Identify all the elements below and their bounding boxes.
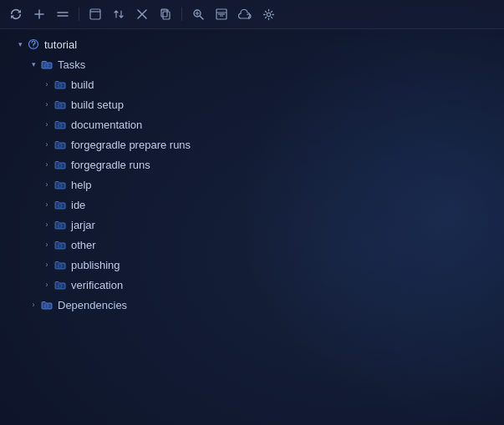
forgegradle-prepare-icon: {} xyxy=(53,138,67,151)
svg-text:{}: {} xyxy=(58,123,63,128)
filter-button[interactable] xyxy=(212,5,231,23)
build-icon: {} xyxy=(53,78,67,91)
tree-node-other[interactable]: {} other xyxy=(0,235,504,255)
other-label: other xyxy=(71,240,96,250)
dependencies-folder-icon: {} xyxy=(40,298,53,311)
arrow-ide xyxy=(40,198,53,211)
tree-node-tutorial[interactable]: tutorial xyxy=(0,34,504,54)
tree-node-ide[interactable]: {} ide xyxy=(0,195,504,215)
build-label: build xyxy=(71,79,94,90)
publishing-icon: {} xyxy=(53,258,67,271)
build-setup-label: build setup xyxy=(71,99,124,110)
arrow-build-setup xyxy=(40,98,53,111)
svg-rect-0 xyxy=(90,9,100,19)
separator-1 xyxy=(79,8,79,21)
svg-text:{}: {} xyxy=(44,303,49,308)
arrow-help xyxy=(40,178,53,191)
arrow-forgegradle-prepare xyxy=(40,138,53,151)
sort-button[interactable] xyxy=(109,5,128,23)
ide-label: ide xyxy=(71,200,85,210)
svg-text:{}: {} xyxy=(58,163,63,168)
arrow-verification xyxy=(40,278,53,291)
jarjar-icon: {} xyxy=(53,218,67,231)
arrow-other xyxy=(40,238,53,251)
forgegradle-prepare-label: forgegradle prepare runs xyxy=(71,139,191,150)
svg-text:{}: {} xyxy=(58,143,63,148)
svg-text:{}: {} xyxy=(58,243,63,248)
ide-icon: {} xyxy=(53,198,67,211)
jarjar-label: jarjar xyxy=(71,220,95,230)
svg-text:{}: {} xyxy=(58,83,63,88)
close-button[interactable] xyxy=(133,5,151,23)
svg-text:{}: {} xyxy=(58,183,63,188)
svg-rect-1 xyxy=(163,12,170,19)
tree-node-build[interactable]: {} build xyxy=(0,74,504,94)
settings-button[interactable] xyxy=(259,5,277,23)
documentation-label: documentation xyxy=(71,119,142,130)
arrow-tasks xyxy=(27,58,40,71)
arrow-dependencies xyxy=(27,298,40,311)
tree-node-jarjar[interactable]: {} jarjar xyxy=(0,215,504,235)
tree-node-dependencies[interactable]: {} Dependencies xyxy=(0,295,504,315)
dependencies-label: Dependencies xyxy=(58,300,127,311)
svg-rect-8 xyxy=(43,61,47,62)
collapse-button[interactable] xyxy=(53,5,72,23)
tree-node-build-setup[interactable]: {} build setup xyxy=(0,94,504,114)
svg-point-5 xyxy=(267,13,270,16)
help-icon: {} xyxy=(53,178,67,191)
help-label: help xyxy=(71,180,92,190)
separator-2 xyxy=(181,8,182,21)
svg-text:{}: {} xyxy=(58,223,63,228)
gradle-panel: tutorial {} Tasks xyxy=(0,0,504,425)
tree-node-documentation[interactable]: {} documentation xyxy=(0,114,504,134)
tree-node-publishing[interactable]: {} publishing xyxy=(0,255,504,275)
forgegradle-runs-label: forgegradle runs xyxy=(71,159,150,170)
svg-text:{}: {} xyxy=(58,203,63,208)
toolbar xyxy=(0,0,504,29)
svg-text:{}: {} xyxy=(58,283,63,288)
publishing-label: publishing xyxy=(71,260,120,271)
search-button[interactable] xyxy=(189,5,207,23)
tree-node-help[interactable]: {} help xyxy=(0,175,504,195)
build-setup-icon: {} xyxy=(53,98,67,111)
gradle-tree: tutorial {} Tasks xyxy=(0,29,504,425)
tasks-folder-icon: {} xyxy=(40,58,53,71)
other-icon: {} xyxy=(53,238,67,251)
arrow-build xyxy=(40,78,53,91)
tree-node-tasks[interactable]: {} Tasks xyxy=(0,54,504,74)
verification-label: verification xyxy=(71,280,123,291)
svg-text:{}: {} xyxy=(44,63,49,68)
svg-text:{}: {} xyxy=(58,103,63,108)
cloud-button[interactable] xyxy=(236,5,254,23)
forgegradle-runs-icon: {} xyxy=(53,158,67,171)
svg-text:{}: {} xyxy=(58,263,63,268)
svg-point-7 xyxy=(33,47,33,48)
arrow-forgegradle-runs xyxy=(40,158,53,171)
verification-icon: {} xyxy=(53,278,67,291)
arrow-tutorial xyxy=(13,38,27,51)
add-button[interactable] xyxy=(30,5,48,23)
tutorial-icon xyxy=(27,38,40,51)
tutorial-label: tutorial xyxy=(44,39,77,50)
copy-button[interactable] xyxy=(156,5,175,23)
tree-node-forgegradle-runs[interactable]: {} forgegradle runs xyxy=(0,154,504,175)
arrow-publishing xyxy=(40,258,53,271)
arrow-documentation xyxy=(40,118,53,131)
refresh-button[interactable] xyxy=(7,5,25,23)
documentation-icon: {} xyxy=(53,118,67,131)
tree-node-forgegradle-prepare[interactable]: {} forgegradle prepare runs xyxy=(0,134,504,154)
window-button[interactable] xyxy=(86,5,104,23)
arrow-jarjar xyxy=(40,218,53,231)
tasks-label: Tasks xyxy=(58,59,85,70)
tree-node-verification[interactable]: {} verification xyxy=(0,275,504,295)
